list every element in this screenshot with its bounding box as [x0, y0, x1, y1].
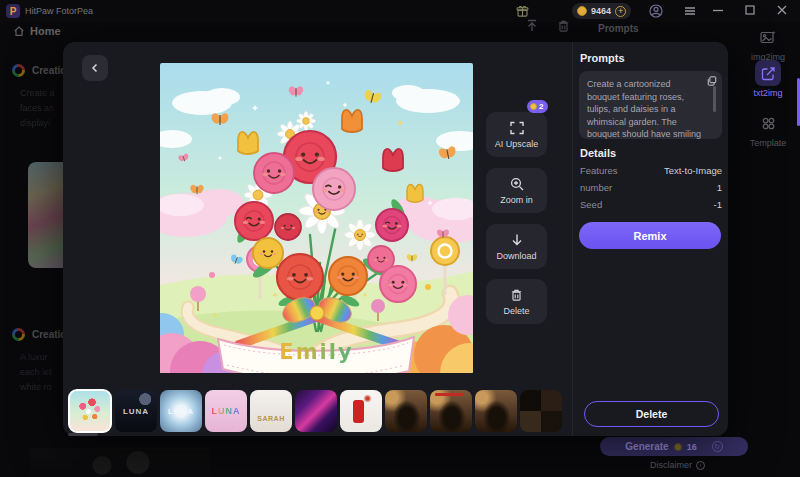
creation-text: Create a [20, 88, 55, 98]
generate-label: Generate [625, 441, 668, 452]
gift-icon[interactable] [516, 5, 529, 18]
creation-text: faces an [20, 103, 54, 113]
template-icon [755, 110, 781, 136]
thumbnail-2[interactable]: LUNA [115, 390, 157, 432]
action-label: Delete [503, 306, 529, 316]
remix-button[interactable]: Remix [579, 222, 721, 249]
nav-txt2img[interactable]: txt2img [736, 60, 800, 98]
image-name-text: Emily [160, 340, 473, 364]
close-button[interactable] [777, 5, 787, 15]
upscale-icon [510, 121, 524, 135]
badge-count: 2 [539, 102, 543, 111]
badge-coin-icon [530, 103, 537, 110]
copy-icon[interactable] [707, 76, 717, 86]
thumbnail-6[interactable] [295, 390, 337, 432]
creation-text: each let [20, 367, 52, 377]
prompt-box[interactable]: Create a cartoonized bouquet featuring r… [579, 71, 722, 139]
minimize-button[interactable] [713, 9, 723, 12]
txt2img-label: txt2img [736, 88, 800, 98]
generated-image[interactable]: Emily [160, 63, 473, 373]
download-icon [510, 233, 524, 247]
result-modal: Emily 2 AI Upscale Zoom in Download [63, 42, 728, 436]
thumbnail-3[interactable]: LUNA [160, 390, 202, 432]
thumbnail-1[interactable] [68, 389, 112, 433]
detail-value: 1 [717, 182, 722, 195]
upscale-cost-badge: 2 [527, 100, 548, 113]
detail-row-seed: Seed -1 [580, 199, 722, 212]
nav-img2img[interactable]: img2img [736, 24, 800, 62]
generate-history-icon[interactable]: ↻ [712, 441, 723, 452]
thumbnail-4[interactable]: LUNA [205, 390, 247, 432]
creation-thumbnail[interactable] [28, 162, 63, 268]
prompts-title: Prompts [580, 52, 625, 64]
action-label: AI Upscale [495, 139, 539, 149]
prompt-text: Create a cartoonized bouquet featuring r… [587, 78, 702, 139]
creation-text: displayi [20, 118, 50, 128]
add-coins-icon[interactable]: + [615, 6, 626, 17]
thumbnail-scrollbar[interactable] [68, 433, 98, 436]
creation-text: A luxur [20, 352, 48, 362]
txt2img-icon [755, 60, 781, 86]
detail-label: Seed [580, 199, 602, 212]
thumbnail-strip: LUNALUNALUNASARAH [68, 388, 562, 434]
generate-coin-icon [674, 443, 682, 451]
avatar-icon[interactable] [649, 4, 663, 18]
nav-template[interactable]: Template [736, 110, 800, 148]
ai-upscale-button[interactable]: AI Upscale [486, 112, 547, 157]
bouquet-illustration [160, 63, 473, 373]
trash-toolbar-icon[interactable] [557, 19, 570, 33]
coin-icon [577, 6, 587, 16]
google-logo-icon [12, 64, 25, 77]
zoom-in-icon [510, 177, 524, 191]
thumbnail-7[interactable] [340, 390, 382, 432]
app-window: P HitPaw FotorPea 9464 + [0, 0, 800, 477]
coin-count: 9464 [591, 6, 611, 16]
generate-cost: 16 [687, 442, 697, 452]
template-label: Template [736, 138, 800, 148]
google-logo-icon [12, 328, 25, 341]
detail-label: Features [580, 165, 618, 178]
app-logo-icon: P [6, 4, 20, 18]
action-label: Zoom in [500, 195, 533, 205]
img2img-icon [755, 24, 781, 50]
trash-icon [510, 288, 523, 302]
detail-label: number [580, 182, 612, 195]
menu-icon[interactable] [684, 6, 696, 16]
back-button[interactable] [82, 55, 108, 81]
chevron-left-icon [90, 63, 100, 73]
nav-home-label: Home [30, 25, 61, 37]
modal-delete-button[interactable]: Delete [584, 401, 719, 427]
thumbnail-5[interactable]: SARAH [250, 390, 292, 432]
disclaimer-link[interactable]: Disclaimer i [650, 460, 705, 470]
info-icon: i [696, 461, 705, 470]
detail-value: -1 [714, 199, 722, 212]
disclaimer-label: Disclaimer [650, 460, 692, 470]
delete-image-button[interactable]: Delete [486, 279, 547, 324]
background-artwork [30, 448, 210, 477]
action-label: Download [496, 251, 536, 261]
maximize-button[interactable] [745, 5, 755, 15]
download-button[interactable]: Download [486, 224, 547, 269]
detail-row-number: number 1 [580, 182, 722, 195]
home-icon [13, 25, 25, 37]
upload-icon[interactable] [525, 19, 539, 33]
generate-button[interactable]: Generate 16 ↻ [600, 437, 748, 456]
background-prompts-label: Prompts [598, 23, 639, 34]
creation-text: white ro [20, 382, 52, 392]
mode-nav: img2img txt2img Template [736, 22, 800, 152]
nav-home[interactable]: Home [13, 25, 61, 37]
titlebar: P HitPaw FotorPea 9464 + [0, 0, 800, 22]
details-title: Details [580, 147, 616, 159]
panel-divider [572, 42, 573, 436]
app-title: HitPaw FotorPea [25, 6, 93, 16]
thumbnail-11[interactable] [520, 390, 562, 432]
coin-balance[interactable]: 9464 + [572, 3, 631, 19]
thumbnail-10[interactable] [475, 390, 517, 432]
prompt-scrollbar[interactable] [713, 86, 716, 112]
detail-value: Text-to-Image [664, 165, 722, 178]
thumbnail-8[interactable] [385, 390, 427, 432]
thumbnail-9[interactable] [430, 390, 472, 432]
zoom-in-button[interactable]: Zoom in [486, 168, 547, 213]
detail-row-features: Features Text-to-Image [580, 165, 722, 178]
